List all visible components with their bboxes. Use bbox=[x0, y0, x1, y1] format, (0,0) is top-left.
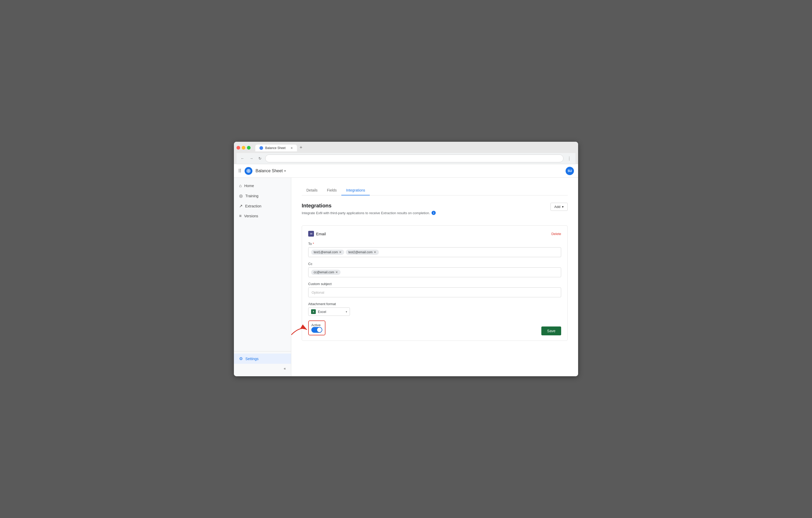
sidebar: ⌂ Home ◎ Training ↗ Extraction ≡ Version… bbox=[234, 178, 291, 376]
to-tag-input[interactable]: test1@email.com ✕ test2@email.com ✕ bbox=[308, 247, 561, 257]
card-header: ✉ Email Delete bbox=[308, 231, 561, 237]
attachment-field: Attachment format X Excel ▾ bbox=[308, 302, 561, 316]
app-top-bar: ⠿ Balance Sheet ▾ SU bbox=[234, 164, 578, 178]
tab-fields[interactable]: Fields bbox=[322, 185, 341, 195]
app-title-chevron: ▾ bbox=[284, 169, 286, 173]
tab-title: Balance Sheet bbox=[265, 146, 286, 150]
sidebar-item-training[interactable]: ◎ Training bbox=[234, 191, 291, 201]
required-marker: * bbox=[313, 242, 314, 246]
browser-chrome: Balance Sheet ✕ + ← → ↻ ⋮ bbox=[234, 142, 578, 164]
add-button[interactable]: Add ▾ bbox=[550, 203, 568, 211]
excel-icon: X bbox=[311, 309, 316, 314]
forward-button[interactable]: → bbox=[248, 155, 255, 161]
tab-details[interactable]: Details bbox=[302, 185, 322, 195]
integrations-header: Integrations Integrate Exfil with third-… bbox=[302, 203, 568, 220]
app-title: Balance Sheet bbox=[256, 169, 283, 173]
integrations-title: Integrations bbox=[302, 203, 550, 209]
minimize-button[interactable] bbox=[242, 146, 245, 150]
cc-tag-input[interactable]: cc@email.com ✕ bbox=[308, 267, 561, 277]
back-button[interactable]: ← bbox=[239, 155, 246, 161]
sidebar-label-training: Training bbox=[245, 194, 258, 198]
settings-icon: ⚙ bbox=[239, 356, 243, 361]
home-icon: ⌂ bbox=[239, 183, 242, 188]
app-name[interactable]: Balance Sheet ▾ bbox=[256, 169, 286, 173]
url-bar[interactable] bbox=[265, 154, 563, 162]
tab-bar: Balance Sheet ✕ + bbox=[255, 144, 304, 151]
sidebar-label-settings: Settings bbox=[245, 357, 259, 361]
to-tag-1-remove[interactable]: ✕ bbox=[339, 251, 342, 254]
delete-button[interactable]: Delete bbox=[551, 232, 561, 236]
to-tag-2-remove[interactable]: ✕ bbox=[374, 251, 376, 254]
to-tag-2: test2@email.com ✕ bbox=[346, 250, 379, 255]
sidebar-label-extraction: Extraction bbox=[245, 204, 261, 208]
active-toggle-container: Active bbox=[308, 321, 325, 335]
toggle-knob bbox=[317, 328, 322, 332]
tab-integrations[interactable]: Integrations bbox=[341, 185, 370, 195]
integrations-description: Integrate Exfil with third-party applica… bbox=[302, 211, 550, 215]
sidebar-item-versions[interactable]: ≡ Versions bbox=[234, 211, 291, 221]
close-button[interactable] bbox=[236, 146, 240, 150]
sidebar-collapse[interactable]: « bbox=[234, 364, 291, 373]
arrow-annotation bbox=[291, 323, 308, 337]
app-logo bbox=[244, 167, 253, 175]
browser-tab[interactable]: Balance Sheet ✕ bbox=[255, 145, 297, 151]
main-area: ⌂ Home ◎ Training ↗ Extraction ≡ Version… bbox=[234, 178, 578, 376]
tab-favicon bbox=[259, 146, 263, 150]
cc-tag-1-remove[interactable]: ✕ bbox=[335, 271, 338, 274]
window-controls bbox=[236, 146, 251, 150]
cc-label: Cc bbox=[308, 262, 561, 266]
extraction-icon: ↗ bbox=[239, 204, 242, 209]
sidebar-label-home: Home bbox=[244, 184, 254, 188]
info-icon[interactable]: i bbox=[432, 211, 436, 215]
sidebar-item-home[interactable]: ⌂ Home bbox=[234, 181, 291, 191]
to-label: To * bbox=[308, 242, 561, 246]
to-field: To * test1@email.com ✕ test2@email.com ✕ bbox=[308, 242, 561, 257]
attachment-chevron-icon: ▾ bbox=[346, 310, 347, 313]
email-card-icon: ✉ bbox=[308, 231, 314, 237]
cc-tag-1: cc@email.com ✕ bbox=[311, 270, 341, 275]
new-tab-button[interactable]: + bbox=[297, 144, 304, 151]
user-avatar[interactable]: SU bbox=[566, 167, 574, 175]
to-tag-1: test1@email.com ✕ bbox=[311, 250, 344, 255]
tab-bar-content: Details Fields Integrations bbox=[302, 185, 568, 195]
app-container: ⠿ Balance Sheet ▾ SU ⌂ Home bbox=[234, 164, 578, 376]
cc-field: Cc cc@email.com ✕ bbox=[308, 262, 561, 277]
grid-icon[interactable]: ⠿ bbox=[238, 168, 241, 174]
browser-toolbar: ← → ↻ ⋮ bbox=[236, 153, 576, 164]
collapse-icon: « bbox=[284, 366, 286, 370]
active-label: Active bbox=[311, 323, 322, 327]
integrations-header-left: Integrations Integrate Exfil with third-… bbox=[302, 203, 550, 220]
sidebar-label-versions: Versions bbox=[244, 214, 258, 218]
maximize-button[interactable] bbox=[247, 146, 251, 150]
attachment-value: Excel bbox=[318, 310, 326, 314]
title-bar: Balance Sheet ✕ + bbox=[236, 144, 576, 151]
attachment-select[interactable]: X Excel ▾ bbox=[308, 307, 350, 316]
sidebar-bottom: ⚙ Settings « bbox=[234, 351, 291, 373]
active-toggle-box: Active bbox=[308, 321, 325, 335]
training-icon: ◎ bbox=[239, 193, 243, 198]
svg-point-1 bbox=[248, 170, 249, 172]
sidebar-item-settings[interactable]: ⚙ Settings bbox=[234, 354, 291, 364]
browser-window: Balance Sheet ✕ + ← → ↻ ⋮ ⠿ bbox=[234, 142, 578, 376]
browser-menu-button[interactable]: ⋮ bbox=[566, 155, 573, 162]
attachment-label: Attachment format bbox=[308, 302, 561, 306]
subject-field: Custom subject bbox=[308, 282, 561, 297]
reload-button[interactable]: ↻ bbox=[257, 155, 263, 161]
subject-input[interactable] bbox=[308, 287, 561, 297]
subject-label: Custom subject bbox=[308, 282, 561, 286]
add-chevron-icon: ▾ bbox=[562, 205, 564, 209]
active-toggle[interactable] bbox=[311, 327, 322, 333]
sidebar-item-extraction[interactable]: ↗ Extraction bbox=[234, 201, 291, 211]
save-button[interactable]: Save bbox=[541, 327, 561, 335]
active-section: Active Save bbox=[308, 321, 561, 335]
card-title: ✉ Email bbox=[308, 231, 326, 237]
content-area: Details Fields Integrations Integrations… bbox=[291, 178, 578, 376]
tab-close-icon[interactable]: ✕ bbox=[290, 147, 293, 150]
integration-card-email: ✉ Email Delete To * test1@em bbox=[302, 225, 568, 341]
versions-icon: ≡ bbox=[239, 214, 241, 218]
